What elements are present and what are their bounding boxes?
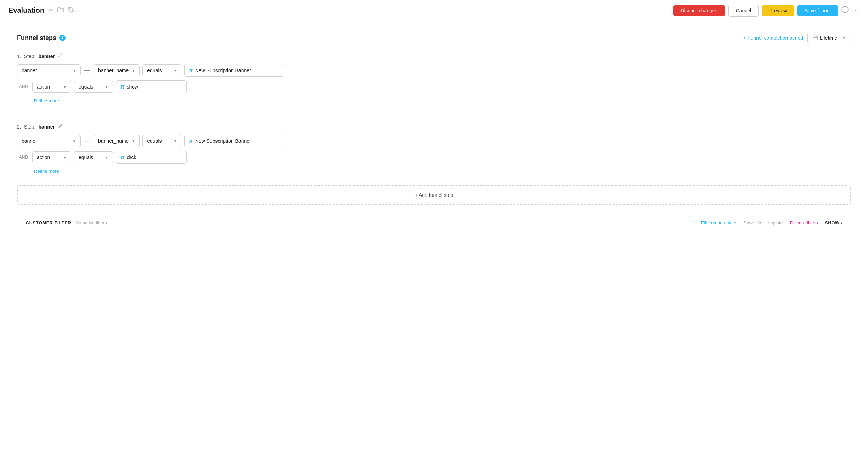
step-1-and-value-field[interactable]: π show: [116, 80, 187, 93]
step-2-main-condition: banner ▼ — banner_name ▼ equals ▼ π New …: [17, 135, 851, 147]
step-2-and-label: AND: [17, 155, 29, 160]
step-1-main-condition: banner ▼ — banner_name ▼ equals ▼ π New …: [17, 64, 851, 77]
step-2-label-row: 2. Step: banner: [17, 124, 851, 130]
step-1-action-select[interactable]: action ▼: [32, 81, 71, 93]
step-2-label: Step:: [24, 124, 36, 130]
step-1-and-label: AND: [17, 84, 29, 89]
step-2-number: 2.: [17, 124, 21, 130]
main-content: Funnel steps i + Funnel completion perio…: [0, 21, 868, 246]
folder-icon[interactable]: [57, 7, 64, 14]
page-title: Evaluation: [9, 6, 44, 15]
save-filter-template-link[interactable]: Save filter template: [744, 220, 783, 226]
step-1-refine-more[interactable]: Refine more: [34, 98, 59, 103]
step-2-property-select[interactable]: banner_name ▼: [94, 135, 140, 147]
step-1-operator-select[interactable]: equals ▼: [142, 64, 181, 76]
step-1-and-operator-chevron-icon: ▼: [105, 85, 108, 89]
step-1-number: 1.: [17, 53, 21, 59]
customer-filter-label: CUSTOMER FILTER: [26, 221, 71, 226]
save-funnel-button[interactable]: Save funnel: [797, 5, 838, 16]
svg-point-0: [70, 8, 71, 9]
step-divider: [17, 115, 851, 115]
lifetime-chevron-icon: ▼: [842, 36, 846, 40]
customer-filter-section: CUSTOMER FILTER No active filters Fill f…: [17, 214, 851, 232]
funnel-completion-link[interactable]: + Funnel completion period: [743, 35, 803, 41]
step-2-main-select[interactable]: banner ▼: [17, 135, 81, 147]
step-1-name: banner: [38, 53, 55, 59]
step-1-and-pi-icon: π: [120, 84, 124, 90]
step-2-dash: —: [84, 138, 91, 144]
no-active-filters-label: No active filters: [75, 220, 107, 226]
header-right: Discard changes Cancel Preview Save funn…: [673, 5, 859, 17]
step-2-value-field[interactable]: π New Subscription Banner: [184, 135, 283, 147]
step-1-property-select[interactable]: banner_name ▼: [94, 64, 140, 76]
calendar-icon: [813, 35, 818, 40]
step-1-main-select[interactable]: banner ▼: [17, 64, 81, 76]
step-1-and-value: show: [126, 84, 138, 90]
step-2-action-chevron-icon: ▼: [63, 155, 67, 159]
step-2-and-condition: AND action ▼ equals ▼ π click: [17, 151, 851, 164]
lifetime-label: Lifetime: [820, 35, 837, 41]
step-1-value-field[interactable]: π New Subscription Banner: [184, 64, 283, 77]
step-2-pi-icon: π: [189, 138, 193, 144]
show-chevron-icon: ›: [841, 221, 842, 226]
step-1-action-chevron-icon: ▼: [63, 85, 67, 89]
lifetime-selector[interactable]: Lifetime ▼: [807, 33, 851, 43]
header-left: Evaluation ✏: [9, 6, 74, 15]
step-2-value: New Subscription Banner: [195, 138, 251, 144]
info-button[interactable]: i: [841, 6, 849, 15]
more-options-button[interactable]: ···: [852, 7, 859, 14]
app-header: Evaluation ✏ Discard changes Cancel Prev…: [0, 0, 868, 21]
filter-right: Fill from template Save filter template …: [701, 220, 842, 226]
step-1-and-operator-select[interactable]: equals ▼: [74, 81, 113, 93]
step-2-refine-more[interactable]: Refine more: [34, 169, 59, 174]
filter-left: CUSTOMER FILTER No active filters: [26, 220, 107, 226]
step-1-and-condition: AND action ▼ equals ▼ π show: [17, 80, 851, 93]
show-button[interactable]: SHOW ›: [825, 220, 842, 226]
step-2-operator-chevron-icon: ▼: [173, 139, 177, 143]
discard-changes-button[interactable]: Discard changes: [673, 5, 725, 16]
fill-from-template-link[interactable]: Fill from template: [701, 220, 737, 226]
cancel-button[interactable]: Cancel: [728, 5, 759, 17]
step-1-label-row: 1. Step: banner: [17, 53, 851, 59]
step-2-and-pi-icon: π: [120, 154, 124, 160]
step-2-and-value-field[interactable]: π click: [116, 151, 187, 164]
step-2-main-chevron-icon: ▼: [73, 139, 76, 143]
step-1-operator-chevron-icon: ▼: [173, 69, 177, 73]
funnel-steps-header: Funnel steps i + Funnel completion perio…: [17, 33, 851, 43]
step-2-block: 2. Step: banner banner ▼ — banner_name ▼: [17, 124, 851, 174]
step-2-and-value: click: [126, 154, 136, 160]
step-1-dash: —: [84, 67, 91, 74]
step-2-and-operator-chevron-icon: ▼: [105, 155, 108, 159]
step-1-property-chevron-icon: ▼: [131, 69, 135, 73]
svg-text:i: i: [845, 7, 846, 12]
step-1-block: 1. Step: banner banner ▼ — banner_name ▼: [17, 53, 851, 103]
funnel-steps-title: Funnel steps: [17, 34, 56, 42]
step-1-pi-icon: π: [189, 67, 193, 74]
step-2-and-operator-select[interactable]: equals ▼: [74, 151, 113, 163]
step-2-edit-icon[interactable]: [58, 124, 63, 130]
tag-icon[interactable]: [68, 7, 74, 15]
svg-rect-3: [813, 36, 817, 40]
step-2-operator-select[interactable]: equals ▼: [142, 135, 181, 147]
preview-button[interactable]: Preview: [762, 5, 794, 16]
step-2-action-select[interactable]: action ▼: [32, 151, 71, 163]
step-1-value: New Subscription Banner: [195, 68, 251, 73]
funnel-title-row: Funnel steps i: [17, 34, 66, 42]
funnel-info-icon[interactable]: i: [59, 35, 66, 41]
step-1-main-chevron-icon: ▼: [73, 69, 76, 73]
funnel-completion-area: + Funnel completion period Lifetime ▼: [743, 33, 851, 43]
show-label: SHOW: [825, 220, 839, 226]
step-2-name: banner: [38, 124, 55, 130]
edit-icon[interactable]: ✏: [49, 7, 53, 14]
add-funnel-step-button[interactable]: + Add funnel step: [17, 185, 851, 205]
step-2-property-chevron-icon: ▼: [131, 139, 135, 143]
discard-filters-link[interactable]: Discard filters: [790, 220, 818, 226]
step-1-edit-icon[interactable]: [58, 53, 63, 59]
step-1-label: Step:: [24, 53, 36, 59]
